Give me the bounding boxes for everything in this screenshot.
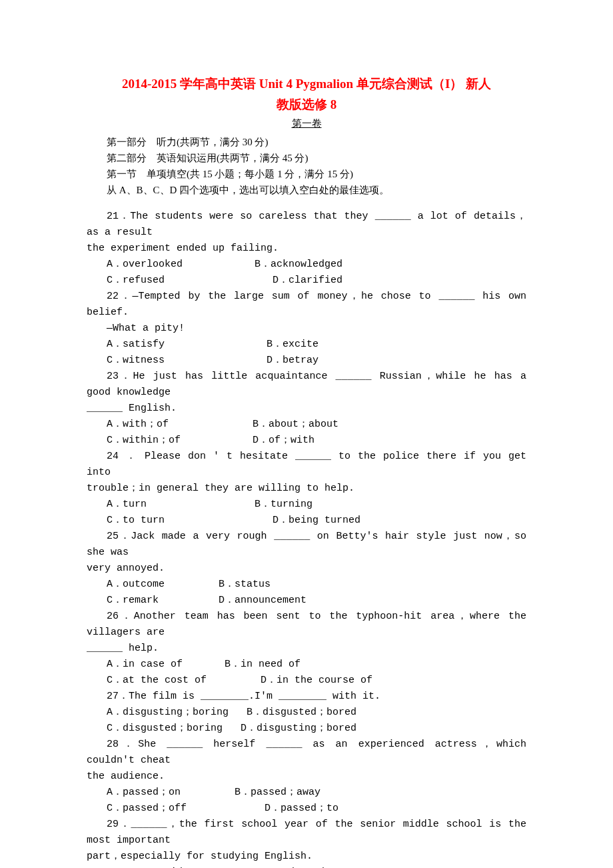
q29-stem-2: part，especially for studying English. xyxy=(87,849,526,865)
spacer xyxy=(87,198,526,209)
q25-stem-2: very annoyed. xyxy=(87,561,526,577)
q23-stem-2: ______ English. xyxy=(87,401,526,417)
q22-options-2: C．witness D．betray xyxy=(87,353,526,369)
q22-stem-1: 22．—Tempted by the large sum of money，he… xyxy=(87,289,526,321)
intro-line-2: 第二部分 英语知识运用(共两节，满分 45 分) xyxy=(87,150,526,166)
doc-title-line2: 教版选修 8 xyxy=(87,95,526,115)
q25-stem-1: 25．Jack made a very rough ______ on Bett… xyxy=(87,529,526,561)
document-page: 2014-2015 学年高中英语 Unit 4 Pygmalion 单元综合测试… xyxy=(0,0,613,868)
q26-options-2: C．at the cost of D．in the course of xyxy=(87,673,526,689)
q26-stem-2: ______ help. xyxy=(87,641,526,657)
q24-options-1: A．turn B．turning xyxy=(87,497,526,513)
intro-line-4: 从 A、B、C、D 四个选项中，选出可以填入空白处的最佳选项。 xyxy=(87,182,526,198)
doc-subtitle: 第一卷 xyxy=(87,115,526,131)
q21-options-2: C．refused D．clarified xyxy=(87,273,526,289)
q27-stem: 27．The film is ________.I'm ________ wit… xyxy=(87,689,526,705)
q24-stem-2: trouble；in general they are willing to h… xyxy=(87,481,526,497)
q25-options-2: C．remark D．announcement xyxy=(87,593,526,609)
q24-stem-1: 24 ． Please don ' t hesitate ______ to t… xyxy=(87,449,526,481)
q28-options-1: A．passed；on B．passed；away xyxy=(87,785,526,801)
q26-options-1: A．in case of B．in need of xyxy=(87,657,526,673)
q28-options-2: C．passed；off D．passed；to xyxy=(87,801,526,817)
doc-title-line1: 2014-2015 学年高中英语 Unit 4 Pygmalion 单元综合测试… xyxy=(87,75,526,94)
q27-options-1: A．disgusting；boring B．disgusted；bored xyxy=(87,705,526,721)
q25-options-1: A．outcome B．status xyxy=(87,577,526,593)
q23-options-1: A．with；of B．about；about xyxy=(87,417,526,433)
q24-options-2: C．to turn D．being turned xyxy=(87,513,526,529)
q22-stem-2: —What a pity! xyxy=(87,321,526,337)
q22-options-1: A．satisfy B．excite xyxy=(87,337,526,353)
intro-line-3: 第一节 单项填空(共 15 小题；每小题 1 分，满分 15 分) xyxy=(87,166,526,182)
q28-stem-1: 28．She ______ herself ______ as an exper… xyxy=(87,737,526,769)
q21-stem-2: the experiment ended up failing. xyxy=(87,241,526,257)
q29-stem-1: 29．______，the first school year of the s… xyxy=(87,817,526,849)
q29-options-1: A．Have no idea B．It depends xyxy=(87,865,526,868)
q21-options-1: A．overlooked B．acknowledged xyxy=(87,257,526,273)
q26-stem-1: 26．Another team has been sent to the typ… xyxy=(87,609,526,641)
q27-options-2: C．disgusted；boring D．disgusting；bored xyxy=(87,721,526,737)
intro-line-1: 第一部分 听力(共两节，满分 30 分) xyxy=(87,134,526,150)
q21-stem-1: 21．The students were so careless that th… xyxy=(87,209,526,241)
q23-stem-1: 23．He just has little acquaintance _____… xyxy=(87,369,526,401)
q23-options-2: C．within；of D．of；with xyxy=(87,433,526,449)
q28-stem-2: the audience. xyxy=(87,769,526,785)
